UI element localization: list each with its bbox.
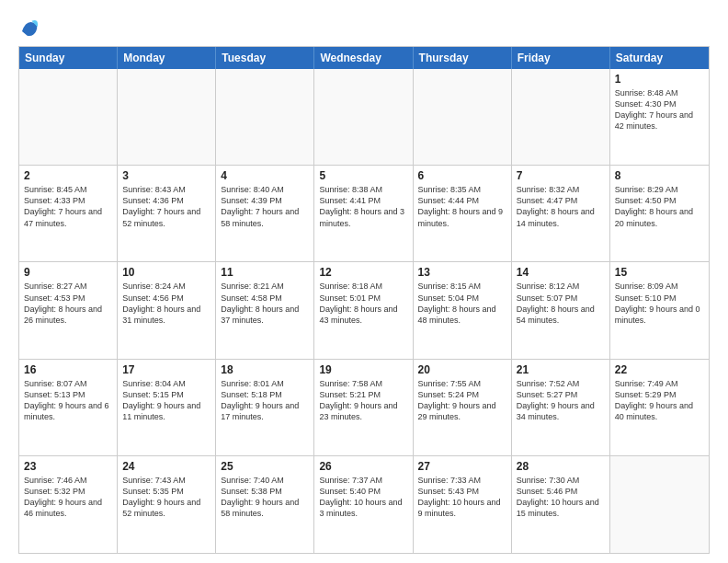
day-number: 7 bbox=[517, 169, 605, 182]
day-of-week-tuesday: Tuesday bbox=[216, 47, 314, 69]
day-cell-26: 26Sunrise: 7:37 AM Sunset: 5:40 PM Dayli… bbox=[314, 456, 413, 553]
day-number: 22 bbox=[615, 363, 704, 376]
day-cell-28: 28Sunrise: 7:30 AM Sunset: 5:46 PM Dayli… bbox=[512, 456, 610, 553]
header bbox=[18, 17, 710, 39]
day-cell-15: 15Sunrise: 8:09 AM Sunset: 5:10 PM Dayli… bbox=[610, 262, 709, 358]
day-info: Sunrise: 8:24 AM Sunset: 4:56 PM Dayligh… bbox=[122, 281, 210, 326]
empty-cell bbox=[414, 69, 512, 165]
day-info: Sunrise: 7:46 AM Sunset: 5:32 PM Dayligh… bbox=[24, 475, 112, 520]
day-number: 24 bbox=[122, 460, 210, 473]
logo bbox=[18, 17, 44, 39]
day-cell-25: 25Sunrise: 7:40 AM Sunset: 5:38 PM Dayli… bbox=[216, 456, 314, 553]
day-number: 9 bbox=[24, 266, 112, 279]
day-number: 18 bbox=[221, 363, 309, 376]
day-info: Sunrise: 8:01 AM Sunset: 5:18 PM Dayligh… bbox=[221, 378, 309, 423]
day-cell-17: 17Sunrise: 8:04 AM Sunset: 5:15 PM Dayli… bbox=[118, 360, 216, 455]
week-row-4: 23Sunrise: 7:46 AM Sunset: 5:32 PM Dayli… bbox=[19, 456, 709, 553]
logo-icon bbox=[18, 17, 40, 39]
day-cell-13: 13Sunrise: 8:15 AM Sunset: 5:04 PM Dayli… bbox=[414, 262, 512, 358]
day-cell-10: 10Sunrise: 8:24 AM Sunset: 4:56 PM Dayli… bbox=[118, 262, 216, 358]
day-number: 8 bbox=[615, 169, 704, 182]
day-number: 5 bbox=[319, 169, 407, 182]
day-number: 15 bbox=[615, 266, 704, 279]
day-cell-6: 6Sunrise: 8:35 AM Sunset: 4:44 PM Daylig… bbox=[414, 166, 512, 261]
day-cell-4: 4Sunrise: 8:40 AM Sunset: 4:39 PM Daylig… bbox=[216, 166, 314, 261]
day-info: Sunrise: 8:07 AM Sunset: 5:13 PM Dayligh… bbox=[24, 378, 112, 423]
day-cell-19: 19Sunrise: 7:58 AM Sunset: 5:21 PM Dayli… bbox=[314, 360, 413, 455]
day-info: Sunrise: 7:43 AM Sunset: 5:35 PM Dayligh… bbox=[122, 475, 210, 520]
day-cell-3: 3Sunrise: 8:43 AM Sunset: 4:36 PM Daylig… bbox=[118, 166, 216, 261]
week-row-1: 2Sunrise: 8:45 AM Sunset: 4:33 PM Daylig… bbox=[19, 166, 709, 262]
week-row-3: 16Sunrise: 8:07 AM Sunset: 5:13 PM Dayli… bbox=[19, 360, 709, 456]
calendar-body: 1Sunrise: 8:48 AM Sunset: 4:30 PM Daylig… bbox=[19, 69, 709, 553]
day-number: 25 bbox=[221, 460, 309, 473]
day-info: Sunrise: 8:45 AM Sunset: 4:33 PM Dayligh… bbox=[24, 184, 112, 229]
day-info: Sunrise: 8:04 AM Sunset: 5:15 PM Dayligh… bbox=[122, 378, 210, 423]
day-number: 11 bbox=[221, 266, 309, 279]
calendar: SundayMondayTuesdayWednesdayThursdayFrid… bbox=[18, 46, 710, 554]
day-info: Sunrise: 8:09 AM Sunset: 5:10 PM Dayligh… bbox=[615, 281, 704, 326]
calendar-header: SundayMondayTuesdayWednesdayThursdayFrid… bbox=[19, 47, 709, 69]
day-cell-8: 8Sunrise: 8:29 AM Sunset: 4:50 PM Daylig… bbox=[610, 166, 709, 261]
day-number: 17 bbox=[122, 363, 210, 376]
day-number: 14 bbox=[517, 266, 605, 279]
empty-cell bbox=[118, 69, 216, 165]
day-info: Sunrise: 8:40 AM Sunset: 4:39 PM Dayligh… bbox=[221, 184, 309, 229]
empty-cell bbox=[314, 69, 413, 165]
day-cell-14: 14Sunrise: 8:12 AM Sunset: 5:07 PM Dayli… bbox=[512, 262, 610, 358]
day-cell-7: 7Sunrise: 8:32 AM Sunset: 4:47 PM Daylig… bbox=[512, 166, 610, 261]
day-info: Sunrise: 8:32 AM Sunset: 4:47 PM Dayligh… bbox=[517, 184, 605, 229]
day-cell-2: 2Sunrise: 8:45 AM Sunset: 4:33 PM Daylig… bbox=[19, 166, 118, 261]
day-number: 28 bbox=[517, 460, 605, 473]
day-number: 6 bbox=[418, 169, 506, 182]
day-cell-9: 9Sunrise: 8:27 AM Sunset: 4:53 PM Daylig… bbox=[19, 262, 118, 358]
day-number: 20 bbox=[418, 363, 506, 376]
day-of-week-monday: Monday bbox=[118, 47, 216, 69]
day-cell-11: 11Sunrise: 8:21 AM Sunset: 4:58 PM Dayli… bbox=[216, 262, 314, 358]
day-cell-5: 5Sunrise: 8:38 AM Sunset: 4:41 PM Daylig… bbox=[314, 166, 413, 261]
day-number: 23 bbox=[24, 460, 112, 473]
day-info: Sunrise: 8:27 AM Sunset: 4:53 PM Dayligh… bbox=[24, 281, 112, 326]
day-number: 19 bbox=[319, 363, 407, 376]
day-number: 12 bbox=[319, 266, 407, 279]
day-number: 26 bbox=[319, 460, 407, 473]
day-of-week-friday: Friday bbox=[512, 47, 610, 69]
day-info: Sunrise: 8:29 AM Sunset: 4:50 PM Dayligh… bbox=[615, 184, 704, 229]
day-info: Sunrise: 8:43 AM Sunset: 4:36 PM Dayligh… bbox=[122, 184, 210, 229]
empty-cell bbox=[610, 456, 709, 553]
day-number: 16 bbox=[24, 363, 112, 376]
day-number: 1 bbox=[615, 73, 704, 86]
day-info: Sunrise: 8:21 AM Sunset: 4:58 PM Dayligh… bbox=[221, 281, 309, 326]
week-row-0: 1Sunrise: 8:48 AM Sunset: 4:30 PM Daylig… bbox=[19, 69, 709, 166]
day-cell-24: 24Sunrise: 7:43 AM Sunset: 5:35 PM Dayli… bbox=[118, 456, 216, 553]
day-of-week-saturday: Saturday bbox=[610, 47, 709, 69]
day-of-week-thursday: Thursday bbox=[414, 47, 512, 69]
page: SundayMondayTuesdayWednesdayThursdayFrid… bbox=[0, 0, 728, 563]
week-row-2: 9Sunrise: 8:27 AM Sunset: 4:53 PM Daylig… bbox=[19, 262, 709, 359]
day-info: Sunrise: 7:30 AM Sunset: 5:46 PM Dayligh… bbox=[517, 475, 605, 520]
empty-cell bbox=[512, 69, 610, 165]
day-of-week-wednesday: Wednesday bbox=[314, 47, 413, 69]
day-number: 4 bbox=[221, 169, 309, 182]
empty-cell bbox=[19, 69, 118, 165]
day-info: Sunrise: 7:49 AM Sunset: 5:29 PM Dayligh… bbox=[615, 378, 704, 423]
day-info: Sunrise: 8:38 AM Sunset: 4:41 PM Dayligh… bbox=[319, 184, 407, 229]
day-number: 10 bbox=[122, 266, 210, 279]
day-number: 21 bbox=[517, 363, 605, 376]
day-of-week-sunday: Sunday bbox=[19, 47, 118, 69]
day-info: Sunrise: 7:55 AM Sunset: 5:24 PM Dayligh… bbox=[418, 378, 506, 423]
day-cell-23: 23Sunrise: 7:46 AM Sunset: 5:32 PM Dayli… bbox=[19, 456, 118, 553]
day-cell-18: 18Sunrise: 8:01 AM Sunset: 5:18 PM Dayli… bbox=[216, 360, 314, 455]
day-info: Sunrise: 7:37 AM Sunset: 5:40 PM Dayligh… bbox=[319, 475, 407, 520]
day-number: 2 bbox=[24, 169, 112, 182]
day-info: Sunrise: 7:33 AM Sunset: 5:43 PM Dayligh… bbox=[418, 475, 506, 520]
day-cell-21: 21Sunrise: 7:52 AM Sunset: 5:27 PM Dayli… bbox=[512, 360, 610, 455]
day-number: 13 bbox=[418, 266, 506, 279]
day-cell-20: 20Sunrise: 7:55 AM Sunset: 5:24 PM Dayli… bbox=[414, 360, 512, 455]
day-cell-16: 16Sunrise: 8:07 AM Sunset: 5:13 PM Dayli… bbox=[19, 360, 118, 455]
day-info: Sunrise: 7:58 AM Sunset: 5:21 PM Dayligh… bbox=[319, 378, 407, 423]
day-number: 27 bbox=[418, 460, 506, 473]
day-cell-27: 27Sunrise: 7:33 AM Sunset: 5:43 PM Dayli… bbox=[414, 456, 512, 553]
day-info: Sunrise: 8:18 AM Sunset: 5:01 PM Dayligh… bbox=[319, 281, 407, 326]
day-info: Sunrise: 8:48 AM Sunset: 4:30 PM Dayligh… bbox=[615, 87, 704, 132]
